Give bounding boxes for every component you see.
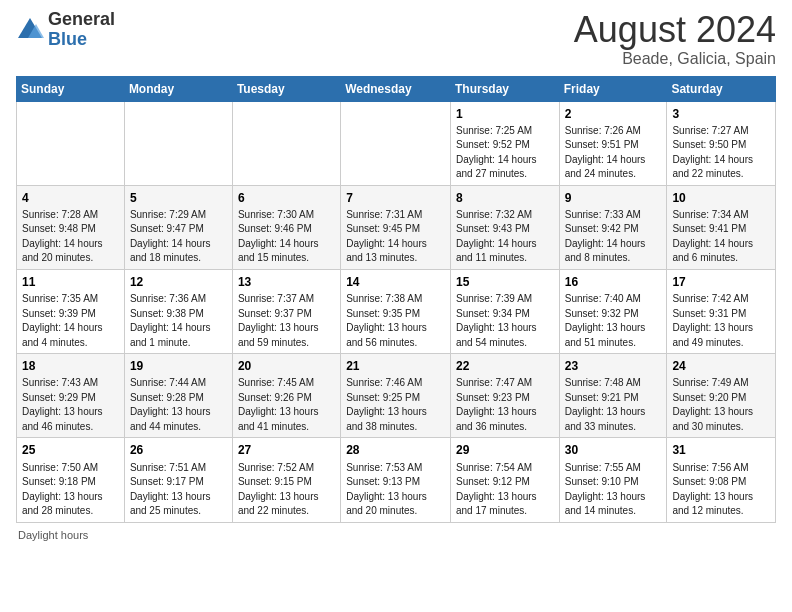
day-number: 24 (672, 358, 770, 374)
calendar-cell: 26Sunrise: 7:51 AM Sunset: 9:17 PM Dayli… (124, 438, 232, 522)
calendar-cell: 14Sunrise: 7:38 AM Sunset: 9:35 PM Dayli… (341, 269, 451, 353)
calendar-cell: 17Sunrise: 7:42 AM Sunset: 9:31 PM Dayli… (667, 269, 776, 353)
day-info: Sunrise: 7:38 AM Sunset: 9:35 PM Dayligh… (346, 293, 427, 348)
calendar-cell: 12Sunrise: 7:36 AM Sunset: 9:38 PM Dayli… (124, 269, 232, 353)
day-info: Sunrise: 7:43 AM Sunset: 9:29 PM Dayligh… (22, 377, 103, 432)
calendar-week-4: 18Sunrise: 7:43 AM Sunset: 9:29 PM Dayli… (17, 354, 776, 438)
day-number: 4 (22, 190, 119, 206)
day-info: Sunrise: 7:31 AM Sunset: 9:45 PM Dayligh… (346, 209, 427, 264)
day-info: Sunrise: 7:50 AM Sunset: 9:18 PM Dayligh… (22, 462, 103, 517)
day-info: Sunrise: 7:42 AM Sunset: 9:31 PM Dayligh… (672, 293, 753, 348)
day-number: 11 (22, 274, 119, 290)
day-number: 31 (672, 442, 770, 458)
calendar-cell: 22Sunrise: 7:47 AM Sunset: 9:23 PM Dayli… (450, 354, 559, 438)
day-number: 10 (672, 190, 770, 206)
calendar-cell: 3Sunrise: 7:27 AM Sunset: 9:50 PM Daylig… (667, 101, 776, 185)
day-info: Sunrise: 7:55 AM Sunset: 9:10 PM Dayligh… (565, 462, 646, 517)
calendar-cell: 9Sunrise: 7:33 AM Sunset: 9:42 PM Daylig… (559, 185, 667, 269)
day-info: Sunrise: 7:30 AM Sunset: 9:46 PM Dayligh… (238, 209, 319, 264)
day-info: Sunrise: 7:28 AM Sunset: 9:48 PM Dayligh… (22, 209, 103, 264)
calendar-cell: 18Sunrise: 7:43 AM Sunset: 9:29 PM Dayli… (17, 354, 125, 438)
header-day-wednesday: Wednesday (341, 76, 451, 101)
day-number: 27 (238, 442, 335, 458)
day-info: Sunrise: 7:53 AM Sunset: 9:13 PM Dayligh… (346, 462, 427, 517)
header-day-thursday: Thursday (450, 76, 559, 101)
day-number: 3 (672, 106, 770, 122)
day-info: Sunrise: 7:37 AM Sunset: 9:37 PM Dayligh… (238, 293, 319, 348)
calendar-cell (17, 101, 125, 185)
title-location: Beade, Galicia, Spain (574, 50, 776, 68)
day-info: Sunrise: 7:44 AM Sunset: 9:28 PM Dayligh… (130, 377, 211, 432)
day-number: 1 (456, 106, 554, 122)
calendar-cell: 16Sunrise: 7:40 AM Sunset: 9:32 PM Dayli… (559, 269, 667, 353)
day-number: 26 (130, 442, 227, 458)
day-info: Sunrise: 7:39 AM Sunset: 9:34 PM Dayligh… (456, 293, 537, 348)
calendar-week-5: 25Sunrise: 7:50 AM Sunset: 9:18 PM Dayli… (17, 438, 776, 522)
day-info: Sunrise: 7:49 AM Sunset: 9:20 PM Dayligh… (672, 377, 753, 432)
calendar-cell: 19Sunrise: 7:44 AM Sunset: 9:28 PM Dayli… (124, 354, 232, 438)
day-info: Sunrise: 7:52 AM Sunset: 9:15 PM Dayligh… (238, 462, 319, 517)
day-number: 29 (456, 442, 554, 458)
day-number: 28 (346, 442, 445, 458)
calendar-cell: 13Sunrise: 7:37 AM Sunset: 9:37 PM Dayli… (232, 269, 340, 353)
calendar-cell: 30Sunrise: 7:55 AM Sunset: 9:10 PM Dayli… (559, 438, 667, 522)
calendar-cell: 20Sunrise: 7:45 AM Sunset: 9:26 PM Dayli… (232, 354, 340, 438)
calendar-cell: 11Sunrise: 7:35 AM Sunset: 9:39 PM Dayli… (17, 269, 125, 353)
page: General Blue August 2024 Beade, Galicia,… (0, 0, 792, 612)
calendar: SundayMondayTuesdayWednesdayThursdayFrid… (16, 76, 776, 523)
day-number: 19 (130, 358, 227, 374)
header: General Blue August 2024 Beade, Galicia,… (16, 10, 776, 68)
calendar-cell: 15Sunrise: 7:39 AM Sunset: 9:34 PM Dayli… (450, 269, 559, 353)
day-number: 16 (565, 274, 662, 290)
day-number: 14 (346, 274, 445, 290)
day-info: Sunrise: 7:48 AM Sunset: 9:21 PM Dayligh… (565, 377, 646, 432)
day-info: Sunrise: 7:34 AM Sunset: 9:41 PM Dayligh… (672, 209, 753, 264)
calendar-cell: 7Sunrise: 7:31 AM Sunset: 9:45 PM Daylig… (341, 185, 451, 269)
logo-icon (16, 16, 44, 44)
day-info: Sunrise: 7:56 AM Sunset: 9:08 PM Dayligh… (672, 462, 753, 517)
day-info: Sunrise: 7:26 AM Sunset: 9:51 PM Dayligh… (565, 125, 646, 180)
day-number: 17 (672, 274, 770, 290)
day-info: Sunrise: 7:32 AM Sunset: 9:43 PM Dayligh… (456, 209, 537, 264)
logo: General Blue (16, 10, 115, 50)
calendar-cell: 28Sunrise: 7:53 AM Sunset: 9:13 PM Dayli… (341, 438, 451, 522)
calendar-cell: 27Sunrise: 7:52 AM Sunset: 9:15 PM Dayli… (232, 438, 340, 522)
day-number: 5 (130, 190, 227, 206)
day-info: Sunrise: 7:45 AM Sunset: 9:26 PM Dayligh… (238, 377, 319, 432)
title-block: August 2024 Beade, Galicia, Spain (574, 10, 776, 68)
calendar-cell: 5Sunrise: 7:29 AM Sunset: 9:47 PM Daylig… (124, 185, 232, 269)
calendar-cell: 4Sunrise: 7:28 AM Sunset: 9:48 PM Daylig… (17, 185, 125, 269)
day-number: 23 (565, 358, 662, 374)
day-info: Sunrise: 7:54 AM Sunset: 9:12 PM Dayligh… (456, 462, 537, 517)
daylight-label: Daylight hours (18, 529, 88, 541)
header-day-monday: Monday (124, 76, 232, 101)
calendar-week-2: 4Sunrise: 7:28 AM Sunset: 9:48 PM Daylig… (17, 185, 776, 269)
day-info: Sunrise: 7:29 AM Sunset: 9:47 PM Dayligh… (130, 209, 211, 264)
day-number: 2 (565, 106, 662, 122)
calendar-cell: 8Sunrise: 7:32 AM Sunset: 9:43 PM Daylig… (450, 185, 559, 269)
day-number: 8 (456, 190, 554, 206)
calendar-week-1: 1Sunrise: 7:25 AM Sunset: 9:52 PM Daylig… (17, 101, 776, 185)
logo-blue: Blue (48, 30, 115, 50)
day-number: 18 (22, 358, 119, 374)
header-row: SundayMondayTuesdayWednesdayThursdayFrid… (17, 76, 776, 101)
calendar-cell: 23Sunrise: 7:48 AM Sunset: 9:21 PM Dayli… (559, 354, 667, 438)
day-info: Sunrise: 7:40 AM Sunset: 9:32 PM Dayligh… (565, 293, 646, 348)
day-info: Sunrise: 7:27 AM Sunset: 9:50 PM Dayligh… (672, 125, 753, 180)
day-number: 25 (22, 442, 119, 458)
calendar-cell: 1Sunrise: 7:25 AM Sunset: 9:52 PM Daylig… (450, 101, 559, 185)
calendar-cell: 25Sunrise: 7:50 AM Sunset: 9:18 PM Dayli… (17, 438, 125, 522)
day-number: 13 (238, 274, 335, 290)
day-number: 9 (565, 190, 662, 206)
day-number: 15 (456, 274, 554, 290)
footer: Daylight hours (16, 529, 776, 541)
calendar-cell (232, 101, 340, 185)
day-info: Sunrise: 7:25 AM Sunset: 9:52 PM Dayligh… (456, 125, 537, 180)
day-info: Sunrise: 7:35 AM Sunset: 9:39 PM Dayligh… (22, 293, 103, 348)
day-number: 12 (130, 274, 227, 290)
day-number: 22 (456, 358, 554, 374)
calendar-cell: 6Sunrise: 7:30 AM Sunset: 9:46 PM Daylig… (232, 185, 340, 269)
calendar-cell: 10Sunrise: 7:34 AM Sunset: 9:41 PM Dayli… (667, 185, 776, 269)
calendar-cell: 29Sunrise: 7:54 AM Sunset: 9:12 PM Dayli… (450, 438, 559, 522)
calendar-body: 1Sunrise: 7:25 AM Sunset: 9:52 PM Daylig… (17, 101, 776, 522)
